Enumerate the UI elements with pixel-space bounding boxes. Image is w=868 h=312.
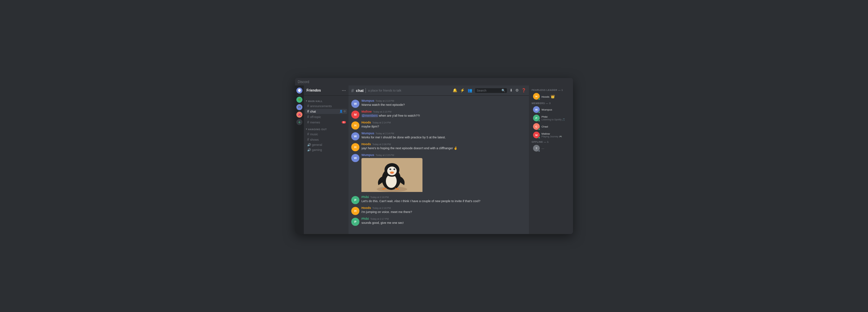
message-header-3: Hoods Today at 2:14 PM — [361, 121, 526, 124]
main-chat-area: # chat a place for friends to talk 🔔 ⚡ 👥… — [349, 85, 529, 234]
server-icon-3[interactable]: 🌺 — [296, 112, 302, 118]
channel-settings[interactable]: 👤 ⚙ — [339, 110, 346, 113]
message-text-4: Works for me! I should be done with prac… — [361, 135, 526, 140]
discord-window: Discord 🌿 🎮 🌺 + Friendos ⋯ — [295, 78, 573, 234]
username-2[interactable]: Mallow — [361, 110, 372, 113]
username-1[interactable]: Wumpus — [361, 99, 374, 102]
server-settings-icon[interactable]: ⋯ — [342, 88, 346, 93]
avatar-wumpus-1: W — [351, 100, 359, 108]
message-group-5: H Hoods Today at 2:08 PM yay! here's to … — [349, 142, 529, 152]
member-name-mallow: Mallow — [541, 132, 570, 135]
timestamp-2: Today at 2:13 PM — [373, 111, 391, 113]
title-bar-text: Discord — [298, 80, 309, 84]
crown-icon: 👑 — [551, 95, 555, 98]
username-7[interactable]: Phibi — [361, 195, 369, 199]
username-4[interactable]: Wumpus — [361, 132, 374, 135]
title-bar: Discord — [295, 78, 573, 85]
member-name-hoods: Hoods 👑 — [541, 95, 570, 98]
status-dot-mallow — [538, 137, 540, 139]
message-content-4: Wumpus Today at 2:14 PM Works for me! I … — [361, 132, 526, 140]
message-content-1: Wumpus Today at 2:13 PM Wanna watch the … — [361, 99, 526, 108]
category-members: MEMBERS — 3 — [529, 101, 573, 105]
username-9[interactable]: Phibi — [361, 217, 369, 220]
channel-hash-icon: # — [351, 88, 354, 93]
member-hoods[interactable]: H Hoods 👑 — [530, 92, 572, 100]
avatar-hoods-5: H — [351, 143, 359, 151]
server-home[interactable] — [296, 87, 302, 94]
channel-memes[interactable]: # memes 1 — [305, 120, 347, 125]
svg-point-5 — [387, 167, 397, 175]
channel-chat[interactable]: # chat 👤 ⚙ — [305, 109, 347, 114]
server-divider — [297, 95, 302, 95]
username-5[interactable]: Hoods — [361, 142, 371, 146]
status-dot-phibi — [538, 120, 540, 122]
settings-icon[interactable]: ⚙ — [515, 88, 519, 93]
message-text-8: i'm jumping on voice. meet me there? — [361, 210, 526, 214]
message-group-9: P Phibi Today at 2:17 PM sounds good, gi… — [349, 216, 529, 227]
server-icon-2[interactable]: 🎮 — [296, 104, 302, 110]
message-content-7: Phibi Today at 2:16 PM Let's do this. Ca… — [361, 195, 526, 204]
search-input[interactable] — [477, 89, 500, 92]
member-name-phibi: Phibi — [541, 115, 570, 118]
username-3[interactable]: Hoods — [361, 121, 371, 124]
mention-members[interactable]: @members — [361, 114, 378, 117]
svg-point-12 — [390, 173, 394, 174]
message-header-6: Wumpus Today at 2:15 PM — [361, 153, 526, 157]
channel-title: chat — [356, 89, 364, 93]
bell-icon[interactable]: 🔔 — [453, 88, 457, 93]
channel-list: ▾ MAIN HALL # announcements # chat 👤 ⚙ — [304, 96, 349, 234]
member-activity-phibi: Listening to Spotify 🎵 — [541, 118, 570, 121]
search-bar[interactable]: 🔍 — [475, 88, 507, 93]
status-dot-wumpus — [538, 111, 540, 113]
server-header[interactable]: Friendos ⋯ — [304, 85, 349, 96]
download-icon[interactable]: ⬇ — [510, 88, 513, 93]
channel-announcements[interactable]: # announcements — [305, 103, 347, 109]
member-info-offline: — — [541, 147, 570, 150]
channel-music[interactable]: # music — [305, 132, 347, 137]
member-info-phibi: Phibi Listening to Spotify 🎵 — [541, 115, 570, 121]
username-6[interactable]: Wumpus — [361, 153, 374, 157]
add-server-button[interactable]: + — [296, 119, 302, 125]
status-dot-offline — [538, 150, 540, 152]
channel-gaming-voice[interactable]: 🔊 gaming — [305, 148, 347, 152]
avatar-wumpus-6: W — [351, 154, 359, 162]
message-group-4: W Wumpus Today at 2:14 PM Works for me! … — [349, 131, 529, 141]
channel-off-topic[interactable]: # off-topic — [305, 114, 347, 119]
member-offline-1[interactable]: ? — — [530, 144, 572, 152]
message-text-1: Wanna watch the next episode? — [361, 103, 526, 107]
timestamp-9: Today at 2:17 PM — [370, 218, 389, 220]
message-group-8: H Hoods Today at 2:16 PM i'm jumping on … — [349, 206, 529, 216]
member-avatar-offline: ? — [533, 145, 540, 152]
member-avatar-phibi: P — [533, 115, 540, 121]
message-content-8: Hoods Today at 2:16 PM i'm jumping on vo… — [361, 206, 526, 215]
search-icon: 🔍 — [501, 89, 505, 92]
message-content-6: Wumpus Today at 2:15 PM — [361, 153, 526, 193]
message-content-9: Phibi Today at 2:17 PM sounds good, give… — [361, 217, 526, 226]
status-dot-hoods — [538, 98, 540, 100]
member-mallow[interactable]: M Mallow Playing Journey 🎮 — [530, 131, 572, 139]
member-chad[interactable]: C Chad — [530, 122, 572, 131]
member-info-mallow: Mallow Playing Journey 🎮 — [541, 132, 570, 138]
message-header-2: Mallow Today at 2:13 PM — [361, 110, 526, 113]
message-group-2: M Mallow Today at 2:13 PM @members when … — [349, 109, 529, 119]
message-content-3: Hoods Today at 2:14 PM maybe 8pm? — [361, 121, 526, 130]
channel-shows[interactable]: # shows — [305, 137, 347, 142]
channel-general-voice[interactable]: 🔊 general — [305, 142, 347, 147]
member-wumpus[interactable]: W Wumpus — [530, 105, 572, 114]
timestamp-6: Today at 2:15 PM — [376, 154, 394, 156]
help-icon[interactable]: ❓ — [521, 88, 526, 93]
category-hanging-out: ▾ HANGING OUT — [304, 125, 349, 131]
member-phibi[interactable]: P Phibi Listening to Spotify 🎵 — [530, 114, 572, 122]
member-info-chad: Chad — [541, 125, 570, 128]
server-icon-1[interactable]: 🌿 — [296, 97, 302, 103]
message-text-9: sounds good, give me one sec! — [361, 221, 526, 225]
member-activity-mallow: Playing Journey 🎮 — [541, 135, 570, 138]
message-group-6: W Wumpus Today at 2:15 PM — [349, 153, 529, 194]
message-group-7: P Phibi Today at 2:16 PM Let's do this. … — [349, 195, 529, 205]
members-icon[interactable]: 👥 — [468, 88, 472, 93]
chat-header: # chat a place for friends to talk 🔔 ⚡ 👥… — [349, 85, 529, 96]
member-name-chad: Chad — [541, 125, 570, 128]
boost-icon[interactable]: ⚡ — [460, 88, 465, 93]
username-8[interactable]: Hoods — [361, 206, 371, 210]
message-content-2: Mallow Today at 2:13 PM @members when ar… — [361, 110, 526, 119]
